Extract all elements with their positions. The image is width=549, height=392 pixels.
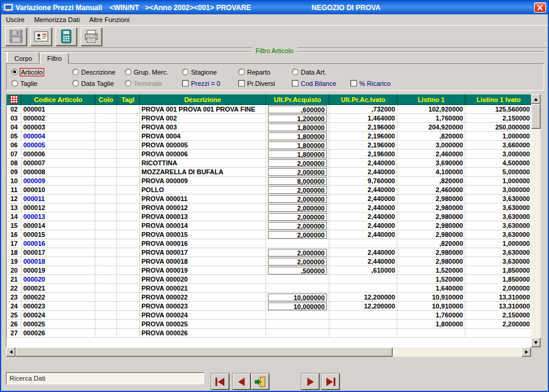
- grid-row[interactable]: 22000021PROVA 0000211,6400002,000000: [7, 284, 532, 293]
- price-edit-box[interactable]: 2,000000: [268, 231, 327, 239]
- nav-exit-button[interactable]: [251, 374, 269, 390]
- cell-row-number[interactable]: 17: [7, 239, 21, 248]
- grid-row[interactable]: 24000023PROVA 00002310,00000012,20000010…: [7, 302, 532, 311]
- cell-ult-pr-acquisto[interactable]: 2,000000: [266, 195, 329, 203]
- cell-ult-pr-acquisto[interactable]: 8,000000: [266, 177, 329, 186]
- cell-row-number[interactable]: 09: [7, 168, 21, 177]
- cell-row-number[interactable]: 16: [7, 230, 21, 239]
- cell-ult-pr-acquisto[interactable]: 2,000000: [266, 221, 329, 230]
- nav-previous-button[interactable]: [233, 374, 251, 390]
- price-edit-box[interactable]: 2,000000: [268, 213, 327, 221]
- cell-row-number[interactable]: 23: [7, 293, 21, 302]
- price-edit-box[interactable]: 2,000000: [268, 258, 327, 266]
- price-edit-box[interactable]: 1,800000: [268, 124, 327, 131]
- cell-ult-pr-acquisto[interactable]: 2,000000: [266, 257, 329, 266]
- horizontal-scroll-thumb[interactable]: [16, 347, 393, 357]
- anagrafica-button[interactable]: [30, 27, 52, 46]
- radio-stagione[interactable]: Stagione: [182, 69, 238, 76]
- cell-row-number[interactable]: 20: [7, 266, 21, 275]
- radio-data-art[interactable]: Data Art.: [292, 69, 351, 76]
- price-edit-box[interactable]: 2,000000: [268, 159, 327, 167]
- radio-descrizione[interactable]: Descrizione: [72, 69, 125, 76]
- grid-row[interactable]: 16000015PROVA 0000152,0000002,4400002,98…: [7, 230, 532, 239]
- grid-row[interactable]: 11000010POLLO2,0000002,4400002,4600003,0…: [7, 186, 532, 195]
- cell-row-number[interactable]: 02: [7, 105, 21, 114]
- close-button[interactable]: [534, 2, 546, 13]
- grid-row[interactable]: 17000016PROVA 000016,8200001,000000: [7, 239, 532, 248]
- grid-row[interactable]: 03000002PROVA 0021,2000001,4640001,76000…: [7, 114, 532, 123]
- cell-ult-pr-acquisto[interactable]: [266, 311, 329, 320]
- price-edit-box[interactable]: 2,000000: [268, 168, 327, 176]
- cell-ult-pr-acquisto[interactable]: 2,000000: [266, 186, 329, 195]
- cell-ult-pr-acquisto[interactable]: ,500000: [266, 266, 329, 275]
- grid-row[interactable]: 02000001PROVA 001 PROVA 001 PROVA FINE,6…: [7, 105, 532, 114]
- cell-ult-pr-acquisto[interactable]: 1,800000: [266, 123, 329, 132]
- cell-row-number[interactable]: 24: [7, 302, 21, 311]
- col-header-colo[interactable]: Colo: [95, 95, 117, 105]
- checkbox-prezzi-0[interactable]: Prezzi = 0: [182, 80, 238, 87]
- scroll-left-button[interactable]: [6, 347, 16, 357]
- cell-row-number[interactable]: 07: [7, 150, 21, 159]
- vertical-scrollbar[interactable]: [531, 94, 541, 347]
- radio-reparto[interactable]: Reparto: [238, 69, 292, 76]
- grid-row[interactable]: 09000008MOZZARELLA DI BUFALA2,0000002,44…: [7, 168, 532, 177]
- grid-row[interactable]: 05000004PROVA 00041,8000002,196000,82000…: [7, 132, 532, 141]
- terminale-button[interactable]: [55, 27, 77, 46]
- nav-next-button[interactable]: [301, 374, 319, 390]
- radio-grup-merc[interactable]: Grup. Merc.: [125, 69, 182, 76]
- price-edit-box[interactable]: 2,000000: [268, 195, 327, 203]
- cell-row-number[interactable]: 18: [7, 248, 21, 257]
- cell-ult-pr-acquisto[interactable]: 10,000000: [266, 302, 329, 311]
- price-edit-box[interactable]: 10,000000: [268, 294, 327, 301]
- menu-item-uscire[interactable]: Uscire: [1, 15, 29, 24]
- cell-ult-pr-acquisto[interactable]: 2,000000: [266, 230, 329, 239]
- checkbox-pr-diversi[interactable]: Pr.Diversi: [238, 80, 292, 87]
- radio-articolo[interactable]: Articolo: [11, 69, 72, 76]
- scroll-down-button[interactable]: [531, 338, 541, 347]
- grid-row[interactable]: 26000025PROVA 0000251,8000002,200000: [7, 320, 532, 329]
- cell-ult-pr-acquisto[interactable]: 2,000000: [266, 203, 329, 212]
- cell-row-number[interactable]: 14: [7, 212, 21, 221]
- cell-row-number[interactable]: 19: [7, 257, 21, 266]
- price-edit-box[interactable]: 2,000000: [268, 186, 327, 194]
- cell-ult-pr-acquisto[interactable]: 2,000000: [266, 248, 329, 257]
- cell-row-number[interactable]: 12: [7, 195, 21, 203]
- save-button[interactable]: [5, 27, 27, 46]
- cell-ult-pr-acquisto[interactable]: 1,800000: [266, 132, 329, 141]
- ricerca-dati-field[interactable]: Ricerca Dati: [6, 372, 204, 384]
- scroll-right-button[interactable]: [522, 347, 531, 357]
- cell-ult-pr-acquisto[interactable]: [266, 284, 329, 293]
- price-edit-box[interactable]: ,500000: [268, 267, 327, 274]
- tab-filtro[interactable]: Filtro: [40, 53, 69, 64]
- price-edit-box[interactable]: 1,800000: [268, 150, 327, 158]
- checkbox-ricarico[interactable]: % Ricarico: [350, 80, 408, 87]
- grid-row[interactable]: 07000006PROVA 0000061,8000002,1960002,46…: [7, 150, 532, 159]
- grid-row[interactable]: 12000011PROVA 0000112,0000002,4400002,98…: [7, 195, 532, 203]
- cell-ult-pr-acquisto[interactable]: 2,000000: [266, 168, 329, 177]
- print-button[interactable]: [81, 27, 102, 46]
- nav-first-button[interactable]: [211, 374, 229, 390]
- grid-row[interactable]: 21000020PROVA 0000201,5200001,850000: [7, 275, 532, 284]
- grid-row[interactable]: 08000007RICOTTINA2,0000002,4400003,69000…: [7, 159, 532, 168]
- grid-row[interactable]: 06000005PROVA 0000051,8000002,1960003,00…: [7, 141, 532, 150]
- col-header-codice-articolo[interactable]: Codice Articolo: [21, 95, 95, 105]
- cell-row-number[interactable]: 21: [7, 275, 21, 284]
- checkbox-cod-bilance[interactable]: Cod.Bilance: [292, 80, 350, 87]
- price-edit-box[interactable]: 2,000000: [268, 222, 327, 230]
- cell-ult-pr-acquisto[interactable]: [266, 329, 329, 338]
- col-header-listino-1[interactable]: Listino 1: [397, 95, 465, 105]
- grid-row[interactable]: 15000014PROVA 0000142,0000002,4400002,98…: [7, 221, 532, 230]
- price-edit-box[interactable]: ,600000: [268, 106, 327, 113]
- title-bar[interactable]: Variazione Prezzi Manuali <WIN/NT ><Anno…: [1, 1, 548, 14]
- radio-taglie[interactable]: Taglie: [11, 80, 72, 87]
- cell-ult-pr-acquisto[interactable]: 2,000000: [266, 159, 329, 168]
- cell-row-number[interactable]: 10: [7, 177, 21, 186]
- col-header-ult-pr-acquisto[interactable]: Ult.Pr.Acquisto: [266, 95, 329, 105]
- cell-row-number[interactable]: 25: [7, 311, 21, 320]
- cell-row-number[interactable]: 08: [7, 159, 21, 168]
- grid-row[interactable]: 13000012PROVA 0000122,0000002,4400002,98…: [7, 203, 532, 212]
- cell-row-number[interactable]: 26: [7, 320, 21, 329]
- cell-row-number[interactable]: 04: [7, 123, 21, 132]
- grid-row-partial[interactable]: 27000026PROVA 000026: [7, 329, 532, 338]
- price-edit-box[interactable]: 2,000000: [268, 249, 327, 257]
